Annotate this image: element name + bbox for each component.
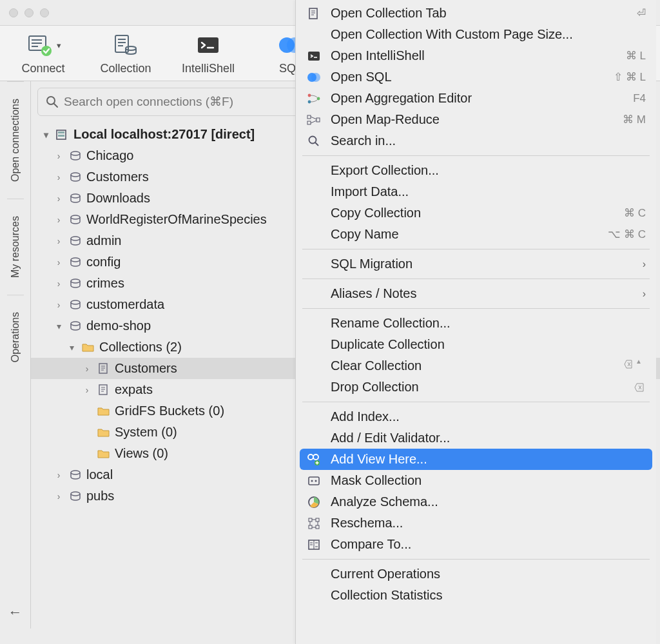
database-icon [68, 320, 82, 333]
sql-icon [305, 72, 323, 83]
db-label: crimes [86, 276, 124, 291]
ctx-label: Open IntelliShell [331, 48, 618, 63]
ctx-search-in[interactable]: Search in... [300, 130, 652, 151]
intellishell-button[interactable]: IntelliShell [173, 32, 244, 75]
ctx-reschema[interactable]: Reschema... [300, 512, 652, 534]
ctx-label: Rename Collection... [331, 316, 646, 331]
ctx-separator [302, 559, 650, 560]
traffic-zoom[interactable] [40, 8, 49, 17]
pie-icon [305, 496, 323, 509]
ctx-analyze-schema[interactable]: Analyze Schema... [300, 491, 652, 512]
ctx-sql-migration[interactable]: SQL Migration› [300, 253, 652, 275]
ctx-mask-collection[interactable]: Mask Collection [300, 470, 652, 491]
mask-icon [305, 475, 323, 487]
db-label: Downloads [86, 191, 150, 206]
ctx-open-intellishell[interactable]: Open IntelliShell ⌘ L [300, 45, 652, 66]
search-icon [46, 95, 59, 108]
ctx-shortcut: ⌘ L [626, 49, 646, 63]
traffic-minimize[interactable] [24, 8, 34, 17]
ctx-separator [302, 402, 650, 402]
ctx-label: Add / Edit Validator... [331, 431, 646, 445]
ctx-separator [302, 308, 650, 309]
ctx-add-view-here[interactable]: Add View Here... [300, 449, 652, 470]
svg-point-62 [313, 454, 318, 460]
svg-point-21 [71, 194, 80, 198]
ctx-open-map-reduce[interactable]: Open Map-Reduce ⌘ M [300, 109, 652, 130]
ctx-label: Duplicate Collection [331, 337, 646, 352]
back-arrow-icon[interactable]: ← [8, 604, 23, 621]
svg-point-68 [315, 480, 317, 482]
ctx-open-custom-page-size[interactable]: Open Collection With Custom Page Size... [300, 24, 652, 45]
ctx-open-aggregation[interactable]: Open Aggregation Editor F4 [300, 88, 652, 109]
ctx-open-collection-tab[interactable]: Open Collection Tab ⏎ [300, 3, 652, 24]
ctx-label: Open Map-Reduce [331, 112, 615, 127]
ctx-add-validator[interactable]: Add / Edit Validator... [300, 427, 652, 449]
side-tabs: Open connections My resources Operations… [0, 81, 31, 629]
db-label: local [86, 467, 113, 482]
svg-rect-10 [198, 37, 218, 53]
ctx-label: Collection Statistics [331, 588, 646, 603]
connect-label: Connect [21, 62, 64, 75]
connect-button[interactable]: ▾ Connect [8, 32, 79, 75]
ctx-copy-collection[interactable]: Copy Collection⌘ C [300, 202, 652, 224]
ctx-label: Analyze Schema... [331, 494, 646, 509]
svg-line-53 [311, 121, 316, 123]
ctx-current-operations[interactable]: Current Operations [300, 563, 652, 585]
collection-label: expats [115, 382, 153, 397]
ctx-label: Clear Collection [331, 358, 616, 373]
ctx-drop-collection[interactable]: Drop Collection [300, 376, 652, 398]
svg-point-47 [308, 100, 311, 103]
ctx-aliases-notes[interactable]: Aliases / Notes› [300, 283, 652, 304]
ctx-rename-collection[interactable]: Rename Collection... [300, 313, 652, 334]
tab-my-resources[interactable]: My resources [7, 199, 24, 295]
ctx-label: Add Index... [331, 409, 646, 424]
ctx-add-index[interactable]: Add Index... [300, 406, 652, 427]
folder-icon [81, 341, 95, 354]
ctx-label: Drop Collection [331, 380, 626, 395]
aggregation-icon [305, 93, 323, 104]
ctx-label: Reschema... [331, 516, 646, 531]
ctx-open-sql[interactable]: Open SQL ⇧ ⌘ L [300, 66, 652, 88]
db-label: pubs [86, 489, 114, 503]
svg-point-19 [71, 151, 80, 155]
tab-operations[interactable]: Operations [7, 295, 24, 379]
collection-button[interactable]: Collection [90, 32, 161, 75]
database-icon [68, 192, 82, 205]
chevron-right-icon: › [53, 278, 64, 289]
ctx-import-data[interactable]: Import Data... [300, 181, 652, 202]
ctx-duplicate-collection[interactable]: Duplicate Collection [300, 334, 652, 355]
svg-point-61 [308, 454, 313, 460]
ctx-label: Open Aggregation Editor [331, 91, 625, 106]
tab-open-connections[interactable]: Open connections [7, 81, 24, 199]
ctx-collection-statistics[interactable]: Collection Statistics [300, 585, 652, 606]
ctx-export-collection[interactable]: Export Collection... [300, 160, 652, 181]
ctx-compare-to[interactable]: Compare To... [300, 534, 652, 555]
svg-rect-71 [316, 518, 319, 522]
database-icon [68, 298, 82, 311]
ctx-shortcut: ⌥ ⌘ C [608, 228, 646, 241]
traffic-close[interactable] [9, 8, 18, 17]
ctx-label: Compare To... [331, 537, 646, 552]
database-icon [68, 150, 82, 162]
chevron-right-icon: › [53, 151, 64, 161]
svg-point-27 [71, 322, 80, 326]
svg-text:▲: ▲ [636, 359, 642, 365]
terminal-icon [194, 32, 222, 58]
db-label: Customers [86, 170, 149, 184]
folder-icon [97, 447, 111, 460]
collection-label: Customers [115, 361, 177, 376]
connection-label: Local localhost:27017 [direct] [73, 127, 255, 142]
ctx-label: Open Collection With Custom Page Size... [331, 27, 646, 42]
ctx-clear-collection[interactable]: Clear Collection▲ [300, 355, 652, 376]
db-label: config [86, 255, 121, 269]
svg-line-52 [311, 117, 316, 119]
svg-point-9 [126, 46, 136, 50]
ctx-separator [302, 249, 650, 249]
ctx-label: SQL Migration [331, 257, 635, 271]
svg-point-22 [71, 215, 80, 219]
ctx-copy-name[interactable]: Copy Name⌥ ⌘ C [300, 224, 652, 245]
connect-dropdown-caret[interactable]: ▾ [57, 41, 61, 50]
ctx-label: Current Operations [331, 567, 646, 581]
folder-label: Collections (2) [99, 340, 182, 355]
chevron-right-icon: › [53, 193, 64, 204]
